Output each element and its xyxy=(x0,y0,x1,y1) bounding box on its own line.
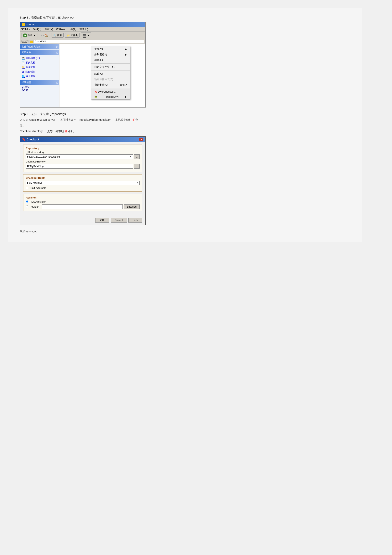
menu-help[interactable]: 帮助(H) xyxy=(79,27,88,31)
context-menu-item-svn-checkout[interactable]: 🔖 SVN Checkout... xyxy=(91,89,130,94)
sidebar-section-details-header[interactable]: 详细信息 △ xyxy=(20,80,59,85)
explorer-menubar: 文件(F) 编辑(E) 查看(V) 收藏(A) 工具(T) 帮助(H) xyxy=(20,27,145,32)
step2-url-text2: 库。 xyxy=(20,124,350,128)
footer-text: 然后点击 OK xyxy=(20,230,350,234)
omit-externals-row: Omit externals xyxy=(26,187,140,190)
titlebar-folder-icon xyxy=(22,23,25,26)
back-icon: ◀ xyxy=(23,34,27,37)
context-view-label: 查看(V) xyxy=(94,47,103,51)
highlight-de1: 的 xyxy=(132,118,135,121)
url-input-row: https://127.0.0.1:8443/svn/Blog ▼ ... xyxy=(26,154,140,159)
sidebar-tasks-label: 文件和文件夹任务 xyxy=(22,45,41,48)
explorer-body: 文件和文件夹任务 ⊗ 其它位置 △ 💾 本地磁盘 (D:) xyxy=(20,44,145,107)
sidebar-section-tasks-header[interactable]: 文件和文件夹任务 ⊗ xyxy=(20,44,59,50)
sidebar-details-content: MySVN文件夹 xyxy=(20,85,59,92)
step2-url-text: URL of repository: svn server 上可以有多个 rep… xyxy=(20,117,350,122)
view-icon xyxy=(83,33,86,38)
back-button[interactable]: ◀ 后退 ▼ xyxy=(21,33,37,38)
svn-checkout-label: SVN Checkout... xyxy=(97,90,116,93)
menu-tools[interactable]: 工具(T) xyxy=(68,27,76,31)
address-path[interactable]: D:\MySVN xyxy=(34,40,144,43)
omit-externals-checkbox[interactable] xyxy=(26,187,28,189)
sidebar-locations-label: 其它位置 xyxy=(22,51,31,54)
depth-dropdown[interactable]: Fully recursive ▼ xyxy=(26,181,140,185)
ok-button[interactable]: OK xyxy=(95,218,109,223)
context-menu-item-paste[interactable]: 粘贴(U) xyxy=(91,71,130,77)
step2-checkout-text: Checkout directory: 是导出到本地 的目录。 xyxy=(20,130,350,133)
url-dropdown[interactable]: https://127.0.0.1:8443/svn/Blog ▼ xyxy=(26,154,133,159)
dialog-title-icon: 🔖 xyxy=(22,138,25,141)
context-undo-label: 撤销删除(U) xyxy=(94,83,108,87)
forward-icon: ● xyxy=(41,34,42,37)
sidebar-section-locations-header[interactable]: 其它位置 △ xyxy=(20,50,59,55)
context-undo-shortcut: Ctrl+Z xyxy=(120,83,127,87)
help-button[interactable]: Help xyxy=(128,218,142,223)
folders-label: 文件夹 xyxy=(71,34,78,37)
step2-text: Step 2，选择一个仓库 (Repository) xyxy=(20,112,350,116)
sidebar-section-tasks: 文件和文件夹任务 ⊗ xyxy=(20,44,59,50)
address-folder-icon xyxy=(30,41,33,43)
context-arrange-label: 排列图标(I) xyxy=(94,53,107,56)
svn-checkout-icon: 🔖 xyxy=(94,90,97,93)
omit-externals-label: Omit externals xyxy=(29,187,46,190)
menu-view[interactable]: 查看(V) xyxy=(44,27,53,31)
sidebar-tasks-icon: ⊗ xyxy=(56,45,58,48)
cancel-button[interactable]: Cancel xyxy=(111,218,127,223)
depth-input-row: Fully recursive ▼ xyxy=(26,181,140,185)
search-icon: 🔍 xyxy=(53,34,56,37)
sidebar-item-mydocs[interactable]: 📄 我的文档 xyxy=(22,60,58,65)
revision-input[interactable] xyxy=(42,204,123,209)
url-browse-button[interactable]: ... xyxy=(134,154,140,159)
context-menu-item-refresh[interactable]: 刷新(E) xyxy=(91,57,130,63)
checkout-dialog: 🔖 Checkout ✕ Repository URL of repositor… xyxy=(20,136,146,225)
menu-file[interactable]: 文件(F) xyxy=(21,27,30,31)
ok-label: K xyxy=(102,219,104,222)
back-dropdown[interactable]: ▼ xyxy=(33,34,36,37)
context-menu-item-arrange[interactable]: 排列图标(I) ▶ xyxy=(91,52,130,57)
context-menu: 查看(V) ▶ 排列图标(I) ▶ 刷新(E) 自定义文件夹(F)... xyxy=(91,46,130,99)
mydocs-label: 我的文档 xyxy=(26,61,35,64)
sidebar-item-network[interactable]: 🌐 网上邻居 xyxy=(22,74,58,79)
explorer-content[interactable]: 查看(V) ▶ 排列图标(I) ▶ 刷新(E) 自定义文件夹(F)... xyxy=(59,44,145,107)
head-revision-label: HEAD revision xyxy=(29,200,46,203)
menu-edit[interactable]: 编辑(E) xyxy=(33,27,41,31)
head-revision-row: HEAD revision xyxy=(26,200,140,203)
revision-label: Revision xyxy=(29,205,39,208)
view-button[interactable]: ▼ xyxy=(81,32,91,38)
view-arrow[interactable]: ▼ xyxy=(87,34,89,37)
checkout-dir-input[interactable] xyxy=(26,164,133,168)
folders-button[interactable]: 📁 文件夹 xyxy=(65,33,80,38)
context-menu-item-view[interactable]: 查看(V) ▶ xyxy=(91,46,130,52)
sidebar-item-localdisk[interactable]: 💾 本地磁盘 (D:) xyxy=(22,56,58,60)
context-menu-item-undo[interactable]: 撤销删除(U) Ctrl+Z xyxy=(91,82,130,88)
dir-browse-button[interactable]: ... xyxy=(134,164,140,168)
checkout-depth-label: Checkout Depth xyxy=(26,176,140,179)
context-menu-item-customize[interactable]: 自定义文件夹(F)... xyxy=(91,64,130,70)
highlight-de2: 的 xyxy=(65,130,67,133)
explorer-toolbar: ◀ 后退 ▼ ● · 🏠 🔍 搜索 📁 文件夹 xyxy=(20,32,145,39)
url-label-underline: U xyxy=(26,151,28,154)
sidebar-item-mycomputer[interactable]: 🖥 我的电脑 xyxy=(22,70,58,74)
ok-underline: O xyxy=(100,219,102,222)
sidebar-item-shareddocs[interactable]: 📁 共享文档 xyxy=(22,65,58,70)
show-log-button[interactable]: Show log xyxy=(124,204,140,209)
forward-button[interactable]: ● · 🏠 xyxy=(39,33,50,38)
search-button[interactable]: 🔍 搜索 xyxy=(51,33,64,38)
step1-text: Step 1，在空白目录下右键，在 check out xyxy=(20,16,350,20)
depth-dropdown-arrow: ▼ xyxy=(136,182,138,184)
dialog-close-button[interactable]: ✕ xyxy=(139,138,143,141)
menu-favorites[interactable]: 收藏(A) xyxy=(56,27,65,31)
tortoise-icon: 🐢 xyxy=(94,95,97,98)
context-menu-item-tortoisesvn[interactable]: 🐢 TortoiseSVN ▶ xyxy=(91,94,130,99)
explorer-title: MySVN xyxy=(26,23,35,26)
head-revision-radio[interactable] xyxy=(26,200,28,203)
context-menu-item-paste-shortcut[interactable]: 粘贴快捷方式(S) xyxy=(91,77,130,82)
shareddocs-label: 共享文档 xyxy=(26,66,35,69)
context-refresh-label: 刷新(E) xyxy=(94,58,103,62)
show-log-label: Show log xyxy=(127,205,137,208)
revision-radio[interactable] xyxy=(26,205,28,208)
back-label: 后退 xyxy=(28,34,32,37)
explorer-sidebar: 文件和文件夹任务 ⊗ 其它位置 △ 💾 本地磁盘 (D:) xyxy=(20,44,59,107)
depth-value: Fully recursive xyxy=(27,182,42,184)
tortoise-arrow: ▶ xyxy=(125,96,127,98)
